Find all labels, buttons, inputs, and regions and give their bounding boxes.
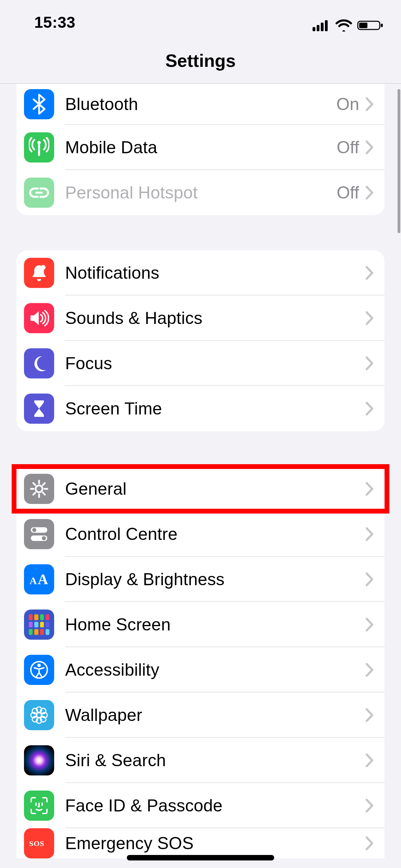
chevron-right-icon [365, 266, 374, 280]
row-home-screen[interactable]: Home Screen [16, 602, 385, 647]
row-value: Off [337, 183, 359, 203]
row-general[interactable]: General [16, 466, 385, 511]
row-label: Personal Hotspot [65, 183, 337, 203]
moon-icon [24, 348, 54, 378]
group-general: General Control Centre AA Display & Brig… [16, 466, 385, 858]
row-display[interactable]: AA Display & Brightness [16, 557, 385, 602]
speaker-icon [24, 303, 54, 333]
svg-point-9 [36, 485, 42, 492]
accessibility-icon [24, 655, 54, 685]
group-notifications: Notifications Sounds & Haptics Focus S [16, 250, 385, 431]
chevron-right-icon [365, 798, 374, 813]
row-sounds[interactable]: Sounds & Haptics [16, 296, 385, 341]
row-screen-time[interactable]: Screen Time [16, 386, 385, 431]
hourglass-icon [24, 394, 54, 424]
svg-point-7 [37, 141, 41, 144]
row-label: Wallpaper [65, 705, 365, 725]
row-label: Home Screen [65, 615, 365, 635]
siri-icon [24, 745, 54, 775]
svg-line-17 [33, 493, 35, 495]
svg-rect-1 [317, 25, 319, 31]
text-size-icon: AA [24, 564, 54, 594]
row-label: Bluetooth [65, 94, 336, 114]
row-label: Notifications [65, 263, 365, 283]
status-time: 15:33 [34, 13, 75, 32]
row-value: On [336, 94, 359, 114]
chevron-right-icon [365, 572, 374, 587]
chevron-right-icon [365, 708, 374, 722]
row-value: Off [337, 137, 359, 157]
svg-text:A: A [29, 575, 37, 586]
svg-point-26 [37, 713, 41, 718]
svg-line-16 [43, 483, 45, 485]
row-personal-hotspot[interactable]: Personal Hotspot Off [16, 170, 385, 215]
chevron-right-icon [365, 527, 374, 541]
row-label: Focus [65, 353, 365, 373]
svg-text:A: A [38, 572, 48, 587]
group-connectivity: Bluetooth On Mobile Data Off [16, 84, 385, 215]
svg-point-21 [42, 536, 46, 540]
row-face-id[interactable]: Face ID & Passcode [16, 783, 385, 828]
svg-rect-6 [381, 24, 383, 27]
svg-rect-5 [359, 23, 367, 28]
bluetooth-icon [24, 89, 54, 119]
svg-rect-2 [321, 23, 324, 31]
svg-point-8 [41, 265, 46, 270]
home-indicator[interactable] [127, 855, 274, 860]
row-label: Sounds & Haptics [65, 308, 365, 328]
row-notifications[interactable]: Notifications [16, 250, 385, 296]
chevron-right-icon [365, 482, 374, 496]
svg-text:SOS: SOS [29, 839, 45, 848]
chevron-right-icon [365, 185, 374, 200]
row-wallpaper[interactable]: Wallpaper [16, 692, 385, 738]
page-title: Settings [165, 50, 235, 71]
row-siri[interactable]: Siri & Search [16, 738, 385, 783]
antenna-icon [24, 132, 54, 162]
chevron-right-icon [365, 836, 374, 851]
row-control-centre[interactable]: Control Centre [16, 511, 385, 557]
chevron-right-icon [365, 663, 374, 677]
status-icons [313, 19, 384, 32]
wifi-icon [335, 19, 352, 32]
cellular-icon [313, 20, 330, 31]
row-label: Emergency SOS [65, 833, 365, 853]
settings-list[interactable]: Bluetooth On Mobile Data Off [0, 84, 401, 868]
sos-icon: SOS [24, 828, 54, 858]
svg-line-15 [43, 493, 45, 495]
row-focus[interactable]: Focus [16, 341, 385, 386]
chevron-right-icon [365, 97, 374, 111]
row-label: General [65, 479, 365, 499]
row-label: Control Centre [65, 524, 365, 544]
row-accessibility[interactable]: Accessibility [16, 647, 385, 692]
svg-point-25 [37, 664, 41, 667]
svg-point-19 [32, 528, 36, 532]
chevron-right-icon [365, 311, 374, 325]
row-label: Accessibility [65, 660, 365, 680]
row-label: Mobile Data [65, 137, 337, 157]
row-emergency-sos[interactable]: SOS Emergency SOS [16, 828, 385, 858]
svg-rect-0 [313, 27, 315, 31]
row-bluetooth[interactable]: Bluetooth On [16, 84, 385, 125]
row-label: Display & Brightness [65, 569, 365, 589]
chevron-right-icon [365, 617, 374, 632]
status-bar: 15:33 [0, 0, 401, 38]
face-id-icon [24, 791, 54, 821]
battery-icon [357, 19, 384, 32]
scroll-indicator[interactable] [398, 89, 400, 233]
row-label: Siri & Search [65, 750, 365, 770]
row-mobile-data[interactable]: Mobile Data Off [16, 125, 385, 170]
gear-icon [24, 474, 54, 504]
row-label: Face ID & Passcode [65, 796, 365, 816]
svg-line-14 [33, 483, 35, 485]
toggles-icon [24, 519, 54, 549]
svg-rect-3 [325, 20, 328, 31]
chevron-right-icon [365, 356, 374, 371]
nav-bar: Settings [0, 38, 401, 84]
chevron-right-icon [365, 401, 374, 416]
row-label: Screen Time [65, 399, 365, 419]
app-grid-icon [24, 610, 54, 640]
link-icon [24, 178, 54, 208]
flower-icon [24, 700, 54, 730]
chevron-right-icon [365, 753, 374, 768]
bell-icon [24, 258, 54, 288]
